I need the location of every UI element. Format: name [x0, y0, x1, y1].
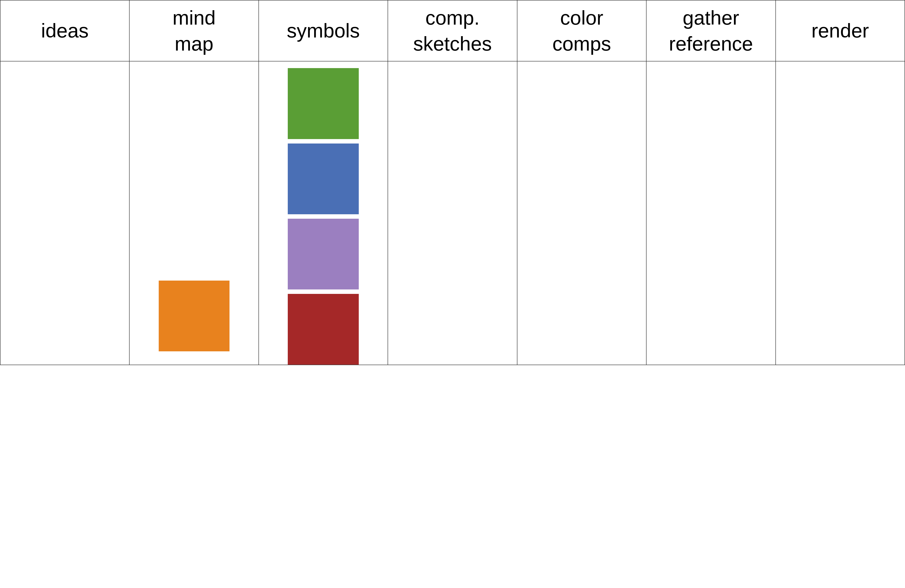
red-block	[288, 294, 359, 365]
header-gather-reference: gatherreference	[646, 0, 775, 61]
header-color-comps: colorcomps	[517, 0, 646, 61]
cell-gather-reference	[646, 61, 775, 365]
symbols-content	[259, 62, 387, 365]
main-table: ideas mindmap symbols comp.sketches colo…	[0, 0, 905, 365]
cell-render	[776, 61, 905, 365]
purple-block	[288, 219, 359, 290]
cell-mind-map	[129, 61, 259, 365]
header-ideas: ideas	[0, 0, 129, 61]
cell-color-comps	[517, 61, 646, 365]
header-render: render	[776, 0, 905, 61]
blue-block	[288, 144, 359, 214]
cell-ideas	[0, 61, 129, 365]
cell-symbols	[259, 61, 388, 365]
cell-comp-sketches	[388, 61, 517, 365]
header-symbols: symbols	[259, 0, 388, 61]
orange-block	[159, 281, 229, 351]
header-comp-sketches: comp.sketches	[388, 0, 517, 61]
header-mind-map: mindmap	[129, 0, 259, 61]
green-block	[288, 68, 359, 139]
